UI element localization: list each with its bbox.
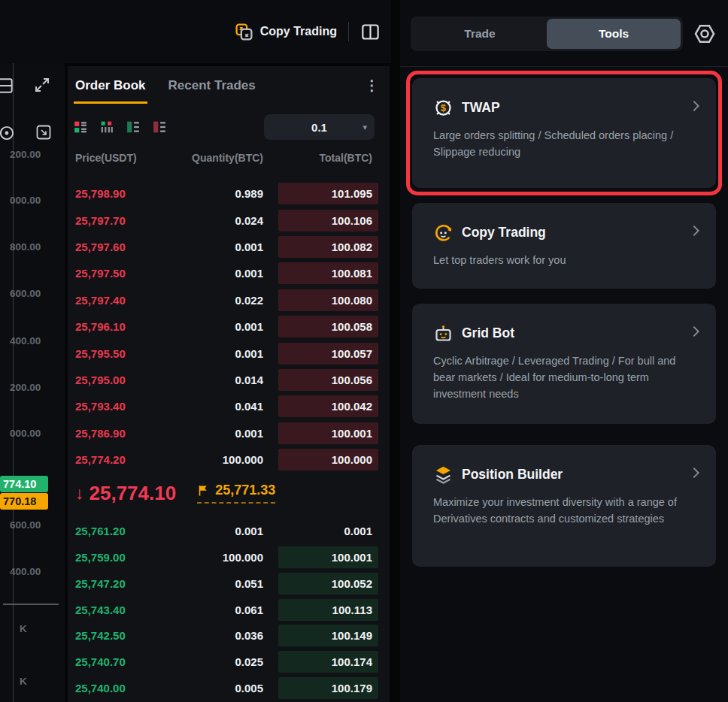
open-book-icon[interactable] [360, 22, 381, 42]
card-desc-position-builder: Maximize your investment diversity with … [433, 495, 695, 528]
preferences-icon[interactable] [691, 20, 718, 47]
layers-icon [433, 464, 453, 485]
tool-card-position-builder[interactable]: Position Builder Maximize your investmen… [412, 445, 716, 567]
precision-dropdown[interactable]: 0.1 ▾ [264, 114, 375, 140]
mark-price[interactable]: 25,771.33 [197, 483, 275, 504]
col-price: Price(USDT) [75, 152, 158, 165]
axis-tick: 400.00 [10, 335, 41, 346]
copy-trading-icon [433, 222, 453, 243]
ask-row[interactable]: 25,795.50 0.001 100.057 [68, 340, 390, 366]
ask-price: 25,797.60 [75, 241, 158, 253]
copy-trading-header-button[interactable]: Copy Trading [235, 23, 337, 41]
bid-row[interactable]: 25,742.50 0.036 100.149 [68, 622, 390, 649]
ask-quantity: 0.001 [158, 241, 263, 253]
view-split-columns-icon[interactable] [100, 120, 114, 134]
ask-total: 100.058 [278, 316, 378, 337]
chart-pane-divider [3, 604, 59, 605]
chart-panel-icon[interactable] [0, 76, 15, 95]
tab-tools[interactable]: Tools [547, 19, 681, 49]
ask-row[interactable]: 25,793.40 0.041 100.042 [68, 393, 390, 419]
order-book-controls: 0.1 ▾ [68, 114, 390, 140]
ask-quantity: 0.989 [158, 187, 263, 200]
bid-quantity: 0.005 [158, 682, 263, 694]
price-label-icon[interactable] [0, 123, 17, 143]
tools-panel: Trade Tools $ TWAP Large orders splittin… [400, 0, 728, 702]
bid-total: 100.174 [278, 651, 378, 673]
ask-row[interactable]: 25,797.50 0.001 100.081 [68, 260, 390, 286]
bid-row[interactable]: 25,761.20 0.001 0.001 [68, 518, 390, 544]
ask-total: 100.057 [278, 343, 378, 365]
axis-tick: 200.00 [10, 149, 41, 160]
order-book-column-headers: Price(USDT) Quantity(BTC) Total(BTC) [68, 152, 390, 165]
tab-order-book[interactable]: Order Book [74, 78, 147, 104]
ask-row[interactable]: 25,797.40 0.022 100.080 [68, 287, 390, 313]
more-menu-icon[interactable]: ⋮ [365, 78, 379, 92]
col-total: Total(BTC) [263, 152, 378, 165]
ask-quantity: 0.001 [158, 267, 263, 280]
tab-trade[interactable]: Trade [413, 19, 547, 49]
bid-price: 25,740.70 [75, 655, 158, 668]
ask-row[interactable]: 25,798.90 0.989 101.095 [68, 180, 390, 207]
col-quantity: Quantity(BTC) [158, 152, 263, 165]
svg-text:$: $ [441, 103, 446, 113]
tool-card-copy-trading[interactable]: Copy Trading Let top traders work for yo… [412, 203, 716, 289]
ask-row[interactable]: 25,797.70 0.024 100.106 [68, 207, 390, 233]
price-down-arrow-icon: ↓ [75, 483, 84, 504]
chevron-right-icon [687, 222, 704, 239]
card-desc-grid-bot: Cyclic Arbitrage / Leveraged Trading / F… [433, 353, 695, 402]
ask-row[interactable]: 25,796.10 0.001 100.058 [68, 313, 390, 340]
bid-price: 25,747.20 [75, 577, 158, 590]
tab-recent-trades[interactable]: Recent Trades [168, 78, 256, 93]
view-both-sides-icon[interactable] [74, 120, 87, 134]
bid-row[interactable]: 25,743.40 0.061 100.113 [68, 597, 390, 623]
tool-card-twap[interactable]: $ TWAP Large orders splitting / Schedule… [412, 78, 716, 188]
card-title-copy-trading: Copy Trading [462, 225, 546, 241]
ask-total: 100.106 [278, 210, 378, 231]
trade-tools-tabs: Trade Tools [411, 17, 683, 51]
ask-quantity: 0.022 [158, 294, 263, 307]
ask-total: 100.081 [278, 262, 378, 284]
screenshot-chart-icon[interactable] [35, 123, 53, 141]
expand-chart-icon[interactable] [33, 76, 51, 94]
tool-card-grid-bot[interactable]: Grid Bot Cyclic Arbitrage / Leveraged Tr… [412, 304, 716, 424]
bid-row[interactable]: 25,740.70 0.025 100.174 [68, 649, 390, 675]
bid-row[interactable]: 25,740.00 0.005 100.179 [68, 675, 390, 701]
topbar: Copy Trading [0, 0, 391, 63]
ask-row[interactable]: 25,774.20 100.000 100.000 [68, 446, 390, 473]
flag-icon [197, 484, 210, 497]
order-book-panel: Order Book Recent Trades ⋮ [68, 66, 390, 702]
ask-price: 25,796.10 [75, 320, 158, 333]
chart-price-axis: 200.00 000.00 800.00 600.00 400.00 200.0… [0, 63, 65, 702]
card-title-position-builder: Position Builder [462, 467, 563, 483]
ask-quantity: 0.041 [158, 400, 263, 413]
chevron-right-icon [687, 98, 704, 114]
ask-total: 100.042 [278, 395, 378, 417]
chevron-right-icon [687, 464, 704, 481]
last-traded-price: ↓ 25,774.10 [75, 482, 176, 505]
ask-row[interactable]: 25,786.90 0.001 100.001 [68, 420, 390, 446]
ask-price: 25,786.90 [75, 427, 158, 440]
axis-tick: 000.00 [10, 195, 41, 206]
volume-axis-tick: K [20, 623, 27, 634]
view-asks-only-icon[interactable] [153, 120, 166, 134]
ask-price: 25,774.20 [75, 453, 158, 466]
bid-row[interactable]: 25,747.20 0.051 100.052 [68, 570, 390, 597]
ask-row[interactable]: 25,795.00 0.014 100.056 [68, 367, 390, 393]
order-book-asks: 25,798.90 0.989 101.095 25,797.70 0.024 … [68, 180, 390, 473]
bid-total: 100.001 [278, 546, 378, 568]
ask-row[interactable]: 25,797.60 0.001 100.082 [68, 234, 390, 260]
ask-total: 100.080 [278, 289, 378, 311]
bid-row[interactable]: 25,759.00 100.000 100.001 [68, 544, 390, 570]
ask-price: 25,793.40 [75, 400, 158, 413]
caret-down-icon: ▾ [362, 123, 367, 132]
bid-total: 100.113 [278, 599, 378, 621]
chevron-right-icon [687, 323, 704, 340]
ask-price: 25,795.00 [75, 374, 158, 386]
card-desc-copy-trading: Let top traders work for you [433, 253, 695, 269]
bid-quantity: 0.001 [158, 525, 263, 537]
swap-squares-icon [235, 23, 253, 41]
ask-price: 25,795.50 [75, 347, 158, 360]
bid-price: 25,740.00 [75, 682, 158, 694]
bid-quantity: 100.000 [158, 551, 263, 564]
view-bids-only-icon[interactable] [126, 120, 140, 134]
